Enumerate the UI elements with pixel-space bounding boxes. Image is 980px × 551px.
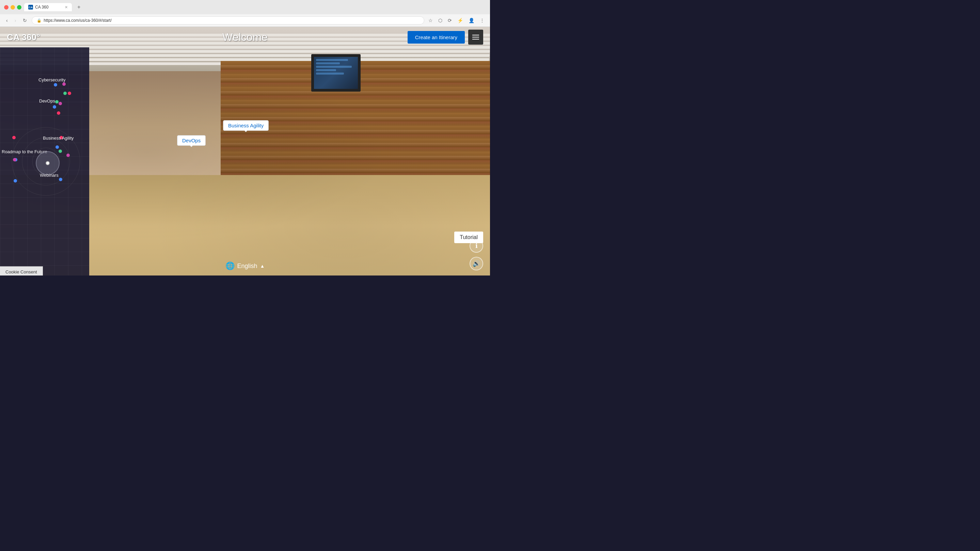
browser-titlebar: CA CA 360 ✕ +	[0, 0, 490, 14]
bookmark-button[interactable]: ☆	[427, 16, 434, 24]
map-dot-devops-1[interactable]	[55, 100, 59, 104]
language-bar[interactable]: 🌐 English ▲	[226, 261, 265, 271]
volume-icon: 🔊	[473, 260, 480, 268]
map-dot-cybersecurity-3[interactable]	[63, 92, 67, 95]
info-icon: ℹ	[476, 242, 478, 250]
menu-button[interactable]	[468, 30, 483, 45]
tab-favicon: CA	[28, 5, 33, 10]
map-dot-cybersecurity-4[interactable]	[68, 92, 71, 95]
tab-title: CA 360	[35, 5, 48, 10]
extension-1-button[interactable]: ⬡	[437, 16, 444, 24]
map-dot-devops-4[interactable]	[57, 111, 60, 115]
app-header: CA 360° Welcome Create an Itinerary	[0, 27, 490, 47]
browser-actions: ☆ ⬡ ⟳ ⚡ 👤 ⋮	[427, 16, 486, 24]
map-dot-cybersecurity-2[interactable]	[62, 83, 66, 86]
map-dot-devops-3[interactable]	[53, 105, 56, 108]
secure-icon: 🔒	[37, 18, 41, 23]
language-text: English	[237, 263, 258, 270]
map-circle-decoration	[7, 122, 85, 201]
app-title: Welcome	[222, 31, 268, 44]
header-actions: Create an Itinerary	[407, 30, 483, 45]
devops-tooltip[interactable]: DevOps	[177, 135, 206, 146]
menu-icon-line1	[472, 35, 479, 35]
corner-icons: ℹ 🔊	[469, 239, 483, 271]
new-tab-button[interactable]: +	[75, 3, 83, 11]
address-bar[interactable]: 🔒 https://www.ca.com/us/ca-360/#/start/	[32, 16, 424, 24]
tab-close-button[interactable]: ✕	[65, 5, 68, 10]
extension-2-button[interactable]: ⟳	[446, 16, 453, 24]
app-logo: CA 360°	[7, 32, 40, 43]
menu-icon-line2	[472, 37, 479, 37]
globe-icon: 🌐	[226, 261, 235, 271]
back-button[interactable]: ‹	[4, 16, 10, 24]
svg-point-2	[32, 148, 60, 175]
map-dot-devops-2[interactable]	[59, 102, 62, 105]
volume-button[interactable]: 🔊	[469, 257, 483, 271]
extension-3-button[interactable]: ⚡	[456, 16, 465, 24]
map-label-devops[interactable]: DevOps	[39, 99, 55, 104]
main-content: CA 360° Welcome Create an Itinerary Cybe…	[0, 27, 490, 276]
reload-button[interactable]: ↻	[21, 16, 29, 24]
map-panel: Cybersecurity DevOps Business Agility Ro…	[0, 47, 89, 276]
cookie-consent-bar[interactable]: Cookie Consent	[0, 266, 43, 276]
url-text: https://www.ca.com/us/ca-360/#/start/	[44, 18, 419, 23]
map-label-cybersecurity[interactable]: Cybersecurity	[38, 77, 65, 83]
close-button[interactable]	[4, 5, 8, 10]
browser-controls: ‹ › ↻ 🔒 https://www.ca.com/us/ca-360/#/s…	[0, 14, 490, 27]
browser-tab[interactable]: CA CA 360 ✕	[24, 3, 72, 11]
maximize-button[interactable]	[17, 5, 21, 10]
more-button[interactable]: ⋮	[479, 16, 486, 24]
language-arrow-icon: ▲	[260, 263, 265, 269]
business-agility-tooltip[interactable]: Business Agility	[223, 120, 269, 131]
create-itinerary-button[interactable]: Create an Itinerary	[407, 31, 465, 44]
browser-chrome: CA CA 360 ✕ + ‹ › ↻ 🔒 https://www.ca.com…	[0, 0, 490, 27]
map-dot-cybersecurity-1[interactable]	[54, 83, 57, 86]
svg-point-1	[22, 138, 70, 185]
forward-button[interactable]: ›	[13, 16, 18, 24]
profile-button[interactable]: 👤	[467, 16, 476, 24]
menu-icon-line3	[472, 39, 479, 40]
minimize-button[interactable]	[11, 5, 15, 10]
traffic-lights	[4, 5, 21, 10]
cookie-consent-text: Cookie Consent	[5, 269, 37, 274]
info-button[interactable]: ℹ	[469, 239, 483, 253]
